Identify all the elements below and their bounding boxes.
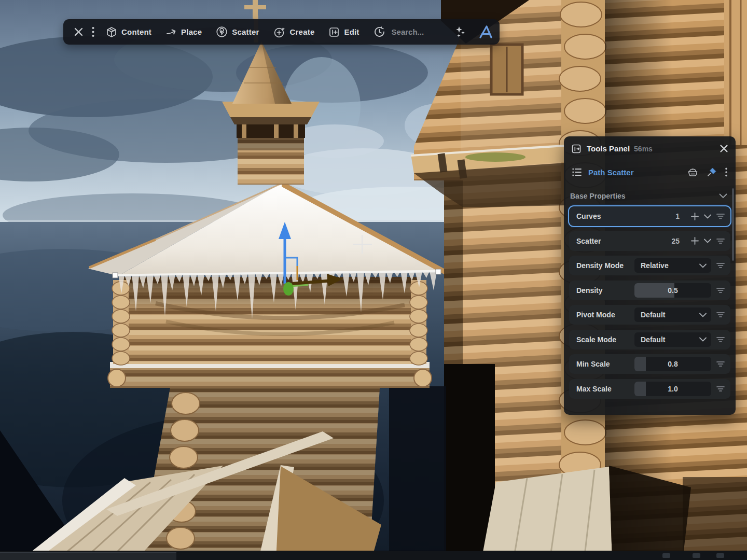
bake-icon[interactable]	[687, 167, 698, 177]
dropdown-value: Default	[641, 311, 665, 319]
sparkles-icon[interactable]	[454, 25, 467, 39]
place-arrow-icon	[165, 26, 177, 38]
pivot-mode-dropdown[interactable]: Default	[634, 307, 711, 322]
filter-icon[interactable]	[716, 213, 725, 219]
active-tool-row[interactable]: Path Scatter	[564, 161, 736, 184]
filter-icon[interactable]	[716, 262, 725, 269]
kebab-menu-icon[interactable]	[92, 26, 94, 37]
toolbar-item-scatter[interactable]: Scatter	[216, 26, 259, 38]
kebab-menu-icon[interactable]	[725, 167, 727, 177]
property-label: Pivot Mode	[576, 311, 634, 319]
property-label: Density	[576, 286, 634, 295]
drag-handle[interactable]	[634, 382, 646, 396]
add-item-icon[interactable]	[691, 237, 699, 245]
chevron-down-icon	[699, 337, 707, 342]
create-sparkle-icon	[273, 26, 286, 38]
content-cube-icon	[106, 26, 117, 38]
panel-title: Tools Panel	[587, 144, 630, 153]
max-scale-input[interactable]: 1.0	[634, 382, 711, 396]
panel-latency: 56ms	[634, 145, 720, 153]
property-row-density-mode: Density Mode Relative	[569, 256, 730, 275]
filter-icon[interactable]	[716, 238, 725, 244]
chevron-down-icon[interactable]	[704, 214, 711, 219]
app-window: Content Place Scatter	[0, 0, 747, 560]
bottom-bar-left-segment	[0, 552, 176, 560]
bottom-status-bar	[0, 551, 747, 560]
filter-icon[interactable]	[716, 287, 725, 293]
property-row-max-scale: Max Scale 1.0	[569, 379, 730, 399]
number-value: 0.8	[668, 360, 677, 368]
density-slider[interactable]: 0.5	[634, 283, 711, 298]
filter-icon[interactable]	[716, 386, 725, 392]
search-input[interactable]	[391, 27, 454, 37]
property-label: Max Scale	[576, 385, 634, 393]
min-scale-input[interactable]: 0.8	[634, 357, 711, 371]
main-toolbar: Content Place Scatter	[63, 19, 500, 45]
toolbar-item-place[interactable]: Place	[165, 26, 202, 38]
property-row-pivot-mode: Pivot Mode Default	[569, 305, 730, 325]
scale-mode-dropdown[interactable]: Default	[634, 332, 711, 347]
chevron-down-icon	[699, 313, 707, 317]
assistant-a-logo[interactable]	[478, 24, 493, 40]
array-count: 25	[671, 237, 680, 245]
chevron-down-icon[interactable]	[704, 239, 711, 243]
filter-icon[interactable]	[716, 361, 725, 367]
edit-panel-icon	[328, 26, 340, 38]
filter-icon[interactable]	[716, 337, 725, 343]
toolbar-search[interactable]	[374, 26, 454, 38]
property-label: Density Mode	[576, 261, 634, 270]
chevron-down-icon	[699, 263, 707, 268]
property-row-scatter[interactable]: Scatter 25	[569, 231, 730, 251]
dropdown-value: Relative	[641, 261, 669, 270]
gizmo-origin[interactable]	[283, 282, 294, 296]
dropdown-value: Default	[641, 335, 665, 344]
toolbar-item-edit[interactable]: Edit	[328, 26, 359, 38]
property-row-density: Density 0.5	[569, 281, 730, 300]
bottom-bar-icon[interactable]	[662, 553, 670, 558]
filter-icon[interactable]	[716, 312, 725, 318]
toolbar-item-label: Content	[121, 27, 151, 36]
property-row-curves[interactable]: Curves 1	[569, 206, 730, 226]
active-tool-name: Path Scatter	[588, 168, 679, 177]
property-label: Scale Mode	[576, 335, 634, 344]
property-row-min-scale: Min Scale 0.8	[569, 354, 730, 374]
numbered-list-icon	[572, 167, 582, 177]
curve-endpoint-left[interactable]	[113, 273, 118, 278]
history-clock-icon	[374, 26, 385, 38]
toolbar-item-label: Edit	[344, 27, 359, 36]
property-label: Min Scale	[576, 360, 634, 368]
tools-panel-icon	[571, 144, 582, 154]
toolbar-item-create[interactable]: Create	[273, 26, 315, 38]
property-label: Scatter	[576, 237, 671, 245]
property-label: Curves	[576, 212, 675, 220]
property-row-scale-mode: Scale Mode Default	[569, 330, 730, 349]
section-base-properties[interactable]: Base Properties	[564, 186, 736, 206]
add-item-icon[interactable]	[691, 213, 699, 220]
scatter-tree-icon	[216, 26, 228, 38]
density-mode-dropdown[interactable]: Relative	[634, 258, 711, 273]
close-icon[interactable]	[74, 27, 84, 37]
panel-scrollbar[interactable]	[732, 188, 734, 261]
section-label: Base Properties	[570, 192, 719, 200]
pin-icon[interactable]	[707, 167, 717, 177]
number-value: 1.0	[668, 385, 677, 393]
chevron-down-icon	[719, 191, 727, 201]
toolbar-item-label: Create	[290, 27, 315, 36]
toolbar-item-label: Scatter	[232, 27, 259, 36]
drag-handle[interactable]	[634, 357, 646, 371]
curve-endpoint-right[interactable]	[436, 269, 441, 274]
slider-value: 0.5	[668, 286, 677, 295]
bottom-bar-icon[interactable]	[716, 553, 724, 558]
bottom-bar-icon[interactable]	[693, 553, 700, 558]
array-count: 1	[675, 212, 680, 220]
toolbar-item-content[interactable]: Content	[106, 26, 151, 38]
toolbar-item-label: Place	[181, 27, 202, 36]
panel-close-icon[interactable]	[720, 144, 728, 153]
tools-panel-header: Tools Panel 56ms	[564, 136, 736, 161]
tools-panel: Tools Panel 56ms Path Scatter	[564, 136, 736, 415]
